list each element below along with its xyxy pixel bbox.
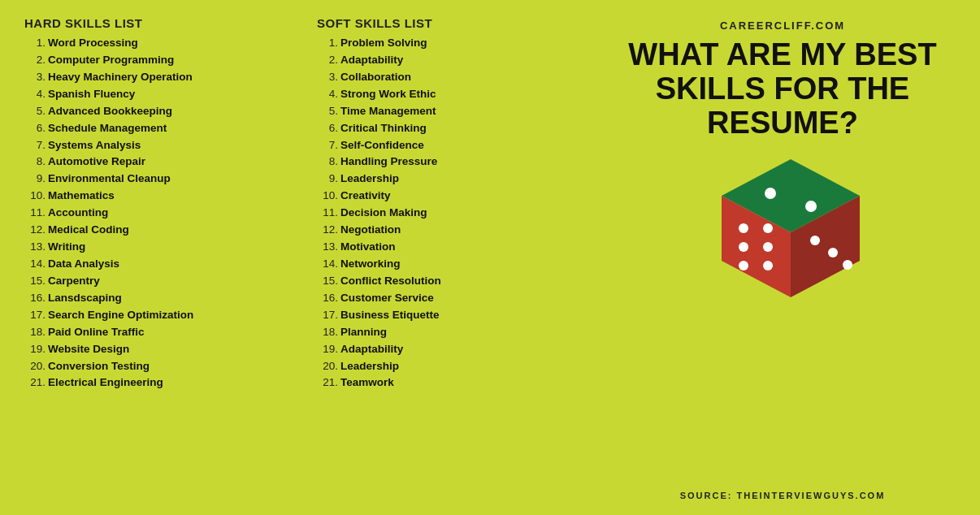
hard-skills-title: HARD SKILLS LIST [24,16,301,30]
list-item: 3.Collaboration [317,69,577,86]
list-item: 9.Environmental Cleanup [24,171,301,188]
soft-skills-title: SOFT SKILLS LIST [317,16,577,30]
list-item: 11.Accounting [24,205,301,222]
list-item: 17.Search Engine Optimization [24,307,301,324]
list-item: 4.Strong Work Ethic [317,86,577,103]
svg-point-6 [763,223,773,233]
right-column: CAREERCLIFF.COM WHAT ARE MY BEST SKILLS … [585,0,980,515]
dice-illustration [709,151,856,297]
list-item: 14.Data Analysis [24,256,301,273]
list-item: 12.Negotiation [317,222,577,239]
list-item: 18.Paid Online Traffic [24,324,301,341]
list-item: 19.Adaptability [317,341,577,358]
list-item: 5.Time Management [317,103,577,120]
svg-point-13 [843,260,852,270]
middle-column: SOFT SKILLS LIST 1.Problem Solving2.Adap… [309,0,585,515]
list-item: 11.Decision Making [317,205,577,222]
list-item: 1.Word Processing [24,35,301,52]
list-item: 20.Leadership [317,358,577,375]
list-item: 21.Teamwork [317,374,577,392]
svg-point-12 [828,248,838,258]
list-item: 5.Advanced Bookkeeping [24,103,301,120]
list-item: 6.Schedule Management [24,120,301,137]
svg-point-9 [739,261,748,270]
svg-point-11 [810,236,820,245]
svg-point-10 [763,261,773,270]
list-item: 2.Adaptability [317,52,577,69]
list-item: 16.Customer Service [317,290,577,307]
list-item: 9.Leadership [317,171,577,188]
list-item: 21.Electrical Engineering [24,374,301,392]
list-item: 8.Handling Pressure [317,154,577,171]
left-column: HARD SKILLS LIST 1.Word Processing2.Comp… [0,0,309,515]
list-item: 6.Critical Thinking [317,120,577,137]
list-item: 2.Computer Programming [24,52,301,69]
source-label: SOURCE: THEINTERVIEWGUYS.COM [680,491,886,507]
list-item: 15.Carpentry [24,273,301,290]
list-item: 8.Automotive Repair [24,154,301,171]
list-item: 10.Creativity [317,188,577,205]
website-label: CAREERCLIFF.COM [720,19,845,32]
list-item: 10.Mathematics [24,188,301,205]
list-item: 7.Self-Confidence [317,137,577,154]
hard-skills-list: 1.Word Processing2.Computer Programming3… [24,35,301,392]
soft-skills-list: 1.Problem Solving2.Adaptability3.Collabo… [317,35,577,392]
list-item: 1.Problem Solving [317,35,577,52]
svg-point-4 [805,201,817,212]
list-item: 18.Planning [317,324,577,341]
list-item: 16.Lansdscaping [24,290,301,307]
list-item: 13.Motivation [317,239,577,256]
list-item: 20.Conversion Testing [24,358,301,375]
list-item: 15.Conflict Resolution [317,273,577,290]
main-title: WHAT ARE MY BEST SKILLS FOR THE RESUME? [601,38,964,140]
list-item: 14.Networking [317,256,577,273]
list-item: 19.Website Design [24,341,301,358]
list-item: 12.Medical Coding [24,222,301,239]
list-item: 4.Spanish Fluency [24,86,301,103]
list-item: 7.Systems Analysis [24,137,301,154]
list-item: 13.Writing [24,239,301,256]
list-item: 17.Business Etiquette [317,307,577,324]
svg-point-5 [739,223,748,233]
svg-point-3 [765,188,776,199]
svg-point-8 [763,242,773,252]
list-item: 3.Heavy Machinery Operation [24,69,301,86]
svg-point-7 [739,242,748,252]
